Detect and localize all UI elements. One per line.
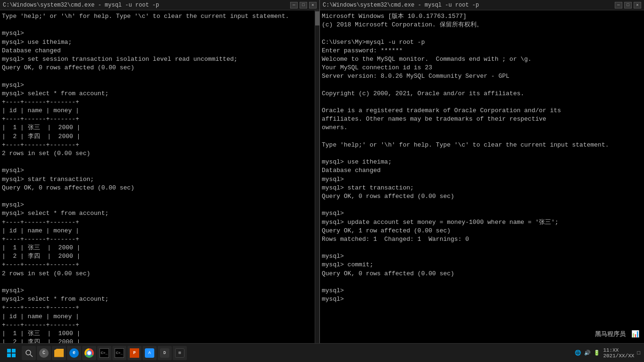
left-window-controls: ─ □ ✕ [290, 2, 317, 8]
start-button[interactable] [2, 345, 21, 362]
left-minimize-btn[interactable]: ─ [290, 2, 298, 8]
taskbar-chrome-icon[interactable] [82, 346, 96, 360]
svg-rect-0 [7, 349, 11, 353]
tray-battery-icon: 🔋 [594, 350, 600, 356]
tray-network-icon: 🌐 [575, 350, 581, 356]
taskbar-app-icon3[interactable]: ⊞ [173, 346, 187, 360]
right-terminal-content[interactable]: Microsoft Windows [版本 10.0.17763.1577] (… [320, 10, 644, 343]
left-terminal[interactable]: C:\Windows\system32\cmd.exe - mysql -u r… [0, 0, 320, 343]
left-scrollbar[interactable] [315, 10, 319, 343]
taskbar-file-explorer-icon[interactable] [52, 346, 66, 360]
taskbar-app-icons: C e C>_ C>_ P A D ⊞ [37, 346, 574, 360]
svg-line-5 [30, 354, 33, 357]
watermark-icon: 📊 [631, 330, 639, 338]
right-title-bar: C:\Windows\system32\cmd.exe - mysql -u r… [320, 0, 644, 10]
taskbar-cmd-icon1[interactable]: C>_ [97, 346, 111, 360]
tray-icons: 🌐 🔊 🔋 11:XX2021/XX/XX □ [575, 347, 640, 359]
taskbar-edge-icon[interactable]: e [67, 346, 81, 360]
svg-point-4 [26, 350, 31, 355]
left-title-bar: C:\Windows\system32\cmd.exe - mysql -u r… [0, 0, 319, 10]
right-close-btn[interactable]: ✕ [634, 2, 641, 8]
windows-logo-icon [7, 348, 16, 358]
svg-rect-2 [7, 354, 11, 357]
right-maximize-btn[interactable]: □ [624, 2, 632, 8]
tray-speaker-icon: 🔊 [584, 350, 591, 356]
taskbar-tray: 🌐 🔊 🔋 11:XX2021/XX/XX □ [575, 347, 642, 359]
taskbar[interactable]: C e C>_ C>_ P A D ⊞ [0, 343, 644, 362]
search-icon [25, 349, 33, 357]
taskbar-ppt-icon[interactable]: P [127, 346, 142, 360]
tray-notification-icon: □ [637, 350, 640, 356]
left-terminal-content[interactable]: Type 'help;' or '\h' for help. Type '\c'… [0, 10, 319, 343]
watermark-text: 黑马程序员 [595, 331, 626, 338]
right-window-controls: ─ □ ✕ [615, 2, 641, 8]
left-close-btn[interactable]: ✕ [309, 2, 317, 8]
tray-time: 11:XX2021/XX/XX [603, 347, 634, 359]
taskbar-app-icon1[interactable]: A [142, 346, 157, 360]
taskbar-cmd-icon2[interactable]: C>_ [112, 346, 126, 360]
left-title-text: C:\Windows\system32\cmd.exe - mysql -u r… [3, 2, 159, 8]
left-maximize-btn[interactable]: □ [300, 2, 307, 8]
right-minimize-btn[interactable]: ─ [615, 2, 622, 8]
right-terminal[interactable]: C:\Windows\system32\cmd.exe - mysql -u r… [320, 0, 644, 343]
left-terminal-text: Type 'help;' or '\h' for help. Type '\c'… [2, 12, 318, 343]
left-scrollbar-thumb[interactable] [315, 11, 319, 25]
svg-rect-3 [12, 354, 16, 357]
svg-rect-1 [12, 349, 16, 353]
taskbar-cortana-icon[interactable]: C [37, 346, 51, 360]
right-title-text: C:\Windows\system32\cmd.exe - mysql -u r… [323, 2, 479, 8]
watermark: 黑马程序员 📊 [595, 330, 639, 338]
right-terminal-text: Microsoft Windows [版本 10.0.17763.1577] (… [322, 12, 642, 304]
search-taskbar-btn[interactable] [22, 346, 36, 360]
taskbar-app-icon2[interactable]: D [158, 346, 172, 360]
